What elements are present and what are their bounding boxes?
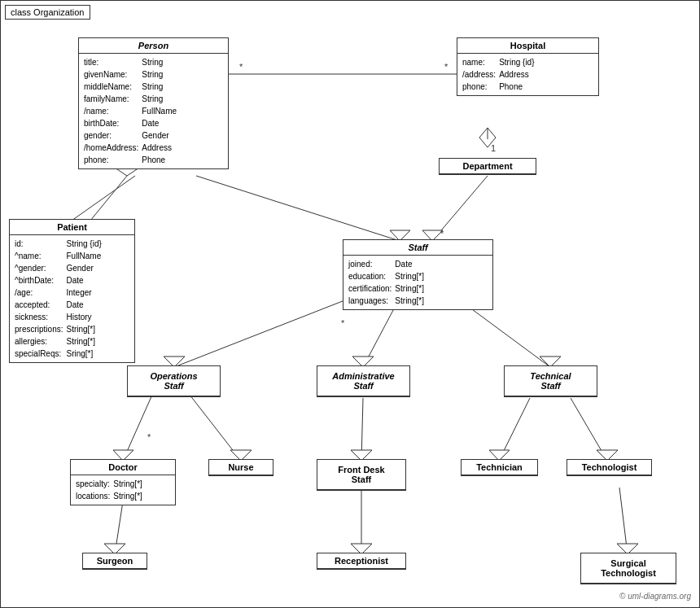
front-desk-staff-title: Front DeskStaff: [317, 460, 405, 490]
administrative-staff-class: AdministrativeStaff: [317, 365, 410, 397]
hospital-class: Hospital name:String {id} /address:Addre…: [457, 37, 599, 96]
svg-line-26: [115, 501, 123, 554]
technologist-title: Technologist: [567, 460, 651, 475]
surgeon-title: Surgeon: [83, 553, 147, 569]
svg-line-7: [432, 176, 488, 241]
surgeon-class: Surgeon: [82, 553, 147, 570]
svg-line-18: [184, 387, 241, 461]
patient-attrs: id:String {id} ^name:FullName ^gender:Ge…: [10, 235, 134, 362]
patient-class: Patient id:String {id} ^name:FullName ^g…: [9, 219, 135, 363]
svg-text:*: *: [147, 432, 151, 442]
operations-staff-title: OperationsStaff: [128, 366, 220, 396]
operations-staff-class: OperationsStaff: [127, 365, 221, 397]
doctor-attrs: specialty:String[*] locations:String[*]: [71, 475, 175, 505]
surgical-technologist-class: SurgicalTechnologist: [580, 553, 676, 584]
svg-line-24: [571, 398, 607, 461]
department-title: Department: [440, 159, 536, 174]
svg-text:*: *: [341, 318, 345, 328]
svg-text:*: *: [239, 62, 243, 72]
doctor-class: Doctor specialty:String[*] locations:Str…: [70, 459, 176, 505]
technical-staff-class: TechnicalStaff: [504, 365, 597, 397]
svg-line-2: [196, 176, 400, 241]
nurse-title: Nurse: [209, 460, 273, 475]
uml-diagram: class Organization: [0, 0, 700, 608]
svg-marker-5: [479, 128, 496, 147]
svg-line-16: [123, 387, 155, 461]
department-class: Department: [439, 158, 536, 175]
svg-text:*: *: [444, 62, 448, 72]
staff-class: Staff joined:Date education:String[*] ce…: [343, 239, 493, 310]
watermark: © uml-diagrams.org: [619, 592, 691, 601]
person-class: Person title:String givenName:String mid…: [78, 37, 229, 169]
svg-line-10: [174, 298, 351, 367]
person-attrs: title:String givenName:String middleName…: [79, 54, 228, 168]
svg-line-22: [499, 398, 530, 461]
svg-line-30: [619, 488, 628, 554]
svg-text:1: 1: [491, 143, 496, 153]
technical-staff-title: TechnicalStaff: [505, 366, 597, 396]
svg-line-32: [72, 176, 135, 221]
administrative-staff-title: AdministrativeStaff: [317, 366, 409, 396]
diagram-title: class Organization: [5, 5, 90, 20]
nurse-class: Nurse: [208, 459, 273, 476]
svg-line-20: [361, 398, 363, 461]
staff-attrs: joined:Date education:String[*] certific…: [343, 256, 492, 309]
svg-text:*: *: [440, 229, 444, 238]
doctor-title: Doctor: [71, 460, 175, 475]
staff-title: Staff: [343, 240, 492, 256]
svg-line-0: [90, 176, 127, 221]
patient-title: Patient: [10, 220, 134, 235]
front-desk-staff-class: Front DeskStaff: [317, 459, 406, 491]
hospital-attrs: name:String {id} /address:Address phone:…: [457, 54, 598, 95]
surgical-technologist-title: SurgicalTechnologist: [581, 553, 676, 584]
technician-class: Technician: [461, 459, 538, 476]
receptionist-title: Receptionist: [317, 553, 405, 569]
technologist-class: Technologist: [567, 459, 652, 476]
hospital-title: Hospital: [457, 38, 598, 54]
receptionist-class: Receptionist: [317, 553, 406, 570]
technician-title: Technician: [462, 460, 537, 475]
person-title: Person: [79, 38, 228, 54]
